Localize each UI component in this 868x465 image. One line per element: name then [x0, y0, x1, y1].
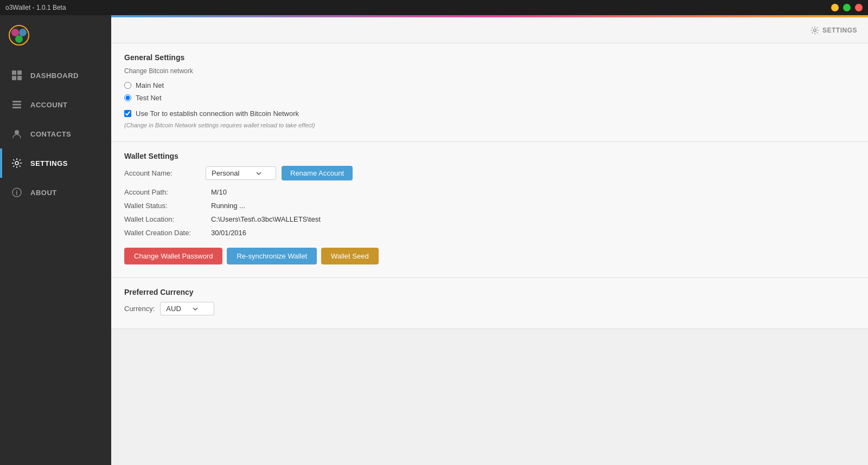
account-path-value: M/10: [211, 188, 855, 196]
currency-chevron-icon: [192, 306, 199, 312]
account-name-label: Account Name:: [124, 169, 200, 177]
settings-label: SETTINGS: [30, 159, 68, 167]
account-name-row: Account Name: Personal Rename Account: [124, 166, 855, 180]
dashboard-label: DASHBOARD: [30, 72, 79, 80]
svg-text:i: i: [16, 189, 18, 197]
network-note: (Change in Bitcoin Network settings requ…: [124, 122, 855, 128]
maximize-button[interactable]: [843, 4, 851, 11]
wallet-seed-button[interactable]: Wallet Seed: [321, 248, 379, 264]
tor-option[interactable]: Use Tor to establish connection with Bit…: [124, 109, 855, 118]
sidebar-item-contacts[interactable]: CONTACTS: [0, 119, 111, 148]
currency-value: AUD: [166, 305, 181, 313]
currency-row: Currency: AUD: [124, 302, 855, 315]
network-subtitle: Change Bitcoin network: [124, 67, 855, 75]
account-path-label: Account Path:: [124, 188, 211, 196]
change-wallet-password-button[interactable]: Change Wallet Password: [124, 248, 222, 264]
dropdown-chevron-icon: [256, 170, 262, 177]
window-controls: [831, 4, 863, 11]
app-logo: [9, 25, 29, 46]
preferred-currency-title: Preferred Currency: [124, 288, 855, 296]
sidebar-item-account[interactable]: ACCOUNT: [0, 90, 111, 119]
main-net-label: Main Net: [136, 81, 164, 89]
preferred-currency-section: Preferred Currency Currency: AUD: [111, 278, 868, 329]
title-bar: o3Wallet - 1.0.1 Beta: [0, 0, 868, 15]
currency-label: Currency:: [124, 305, 155, 313]
wallet-location-value: C:\Users\Test\.o3bc\WALLETS\test: [211, 215, 855, 223]
sidebar: DASHBOARD ACCOUNT: [0, 15, 111, 465]
network-radio-group: Main Net Test Net: [124, 81, 855, 102]
main-net-option[interactable]: Main Net: [124, 81, 855, 89]
svg-point-1: [11, 29, 19, 36]
test-net-radio[interactable]: [124, 94, 131, 101]
nav-menu: DASHBOARD ACCOUNT: [0, 61, 111, 207]
svg-point-12: [15, 162, 18, 165]
main-content: SETTINGS General Settings Change Bitcoin…: [111, 15, 868, 465]
svg-point-3: [15, 35, 23, 43]
general-settings-title: General Settings: [124, 53, 855, 62]
sidebar-item-dashboard[interactable]: DASHBOARD: [0, 61, 111, 90]
wallet-status-value: Running ...: [211, 202, 855, 210]
main-net-radio[interactable]: [124, 82, 131, 89]
wallet-status-label: Wallet Status:: [124, 202, 211, 210]
wallet-creation-label: Wallet Creation Date:: [124, 229, 211, 237]
wallet-settings-section: Wallet Settings Account Name: Personal R…: [111, 142, 868, 278]
wallet-action-buttons: Change Wallet Password Re-synchronize Wa…: [124, 248, 855, 264]
svg-rect-7: [17, 76, 22, 80]
account-label: ACCOUNT: [30, 101, 68, 109]
app-title: o3Wallet - 1.0.1 Beta: [5, 4, 66, 11]
header-gear-icon: [810, 26, 819, 35]
general-settings-section: General Settings Change Bitcoin network …: [111, 43, 868, 142]
tor-checkbox[interactable]: [124, 110, 131, 117]
app-container: DASHBOARD ACCOUNT: [0, 15, 868, 465]
wallet-location-label: Wallet Location:: [124, 215, 211, 223]
settings-content: General Settings Change Bitcoin network …: [111, 43, 868, 465]
resync-wallet-button[interactable]: Re-synchronize Wallet: [227, 248, 317, 264]
test-net-label: Test Net: [136, 94, 162, 102]
settings-icon: [11, 157, 23, 169]
svg-rect-9: [12, 104, 21, 106]
svg-rect-5: [17, 70, 22, 75]
account-name-dropdown[interactable]: Personal: [206, 166, 276, 180]
minimize-button[interactable]: [831, 4, 839, 11]
account-icon: [11, 99, 23, 111]
account-name-value: Personal: [212, 169, 239, 177]
wallet-settings-title: Wallet Settings: [124, 152, 855, 160]
close-button[interactable]: [855, 4, 863, 11]
svg-rect-4: [12, 70, 16, 75]
rename-account-button[interactable]: Rename Account: [282, 166, 353, 180]
dashboard-icon: [11, 69, 23, 81]
currency-dropdown[interactable]: AUD: [160, 302, 214, 315]
contacts-label: CONTACTS: [30, 130, 71, 138]
wallet-info-grid: Account Path: M/10 Wallet Status: Runnin…: [124, 188, 855, 237]
sidebar-item-settings[interactable]: SETTINGS: [0, 148, 111, 178]
test-net-option[interactable]: Test Net: [124, 94, 855, 102]
about-label: ABOUT: [30, 189, 57, 197]
header-settings-label: SETTINGS: [822, 27, 857, 34]
svg-rect-6: [12, 76, 16, 80]
svg-point-2: [19, 29, 27, 36]
contacts-icon: [11, 128, 23, 140]
tor-label: Use Tor to establish connection with Bit…: [136, 109, 299, 118]
header-settings-link[interactable]: SETTINGS: [810, 26, 857, 35]
sidebar-item-about[interactable]: i ABOUT: [0, 178, 111, 207]
about-icon: i: [11, 186, 23, 198]
svg-point-15: [814, 29, 816, 31]
svg-rect-10: [12, 107, 21, 108]
main-header: SETTINGS: [111, 17, 868, 43]
logo-area: [0, 15, 111, 55]
svg-point-11: [15, 130, 19, 134]
wallet-creation-value: 30/01/2016: [211, 229, 855, 237]
svg-rect-8: [12, 101, 21, 102]
